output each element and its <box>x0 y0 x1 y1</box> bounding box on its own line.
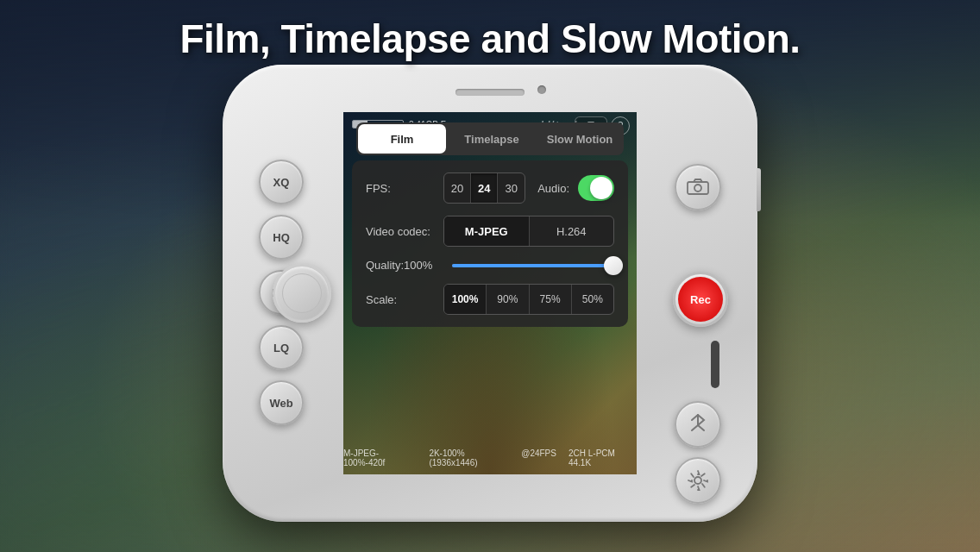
fps-btn-24[interactable]: 24 <box>471 173 498 203</box>
scale-btn-75[interactable]: 75% <box>530 285 572 314</box>
bluetooth-button[interactable] <box>675 401 721 448</box>
settings-panel: FPS: 20 24 30 Audio: <box>352 160 628 327</box>
scale-label: Scale: <box>366 293 443 306</box>
quality-label: Quality:100% <box>366 259 443 272</box>
fps-label: FPS: <box>366 182 443 195</box>
status-fps: @24FPS <box>521 448 556 467</box>
quality-slider-fill <box>452 264 614 267</box>
home-button[interactable] <box>273 264 331 323</box>
quality-slider-container <box>452 264 614 267</box>
quality-row: Quality:100% <box>366 259 614 272</box>
quality-slider-track <box>452 264 614 267</box>
codec-label: Video codec: <box>366 225 443 238</box>
toggle-knob <box>590 177 612 199</box>
quality-slider-thumb[interactable] <box>604 256 623 275</box>
quality-btn-web[interactable]: Web <box>259 380 304 425</box>
tab-timelapse[interactable]: Timelapse <box>448 122 536 155</box>
scale-group: 100% 90% 75% 50% <box>443 284 614 315</box>
bluetooth-icon <box>688 413 707 436</box>
home-button-inner <box>282 273 322 313</box>
tab-film[interactable]: Film <box>358 124 446 154</box>
phone-shell: XQ HQ MQ LQ Web 3.41GB Free Ultrakam <box>223 65 757 522</box>
scale-btn-90[interactable]: 90% <box>487 285 529 314</box>
bottom-status-bar: M-JPEG-100%-420f 2K-100%(1936x1446) @24F… <box>343 448 637 467</box>
volume-buttons <box>757 168 761 211</box>
audio-toggle[interactable] <box>578 175 614 201</box>
phone-screen: 3.41GB Free Ultrakam ? Film Timelapse <box>343 112 637 474</box>
fps-btn-20[interactable]: 20 <box>444 173 471 203</box>
svg-point-4 <box>694 185 701 191</box>
settings-button[interactable] <box>675 457 721 504</box>
rec-inner: Rec <box>678 277 723 322</box>
app-headline: Film, Timelapse and Slow Motion. <box>0 16 980 62</box>
quality-btn-hq[interactable]: HQ <box>259 215 304 260</box>
tab-slow-motion[interactable]: Slow Motion <box>536 122 624 155</box>
fps-group: 20 24 30 <box>443 172 525 204</box>
status-audio: 2CH L-PCM 44.1K <box>569 448 637 467</box>
audio-label: Audio: <box>537 182 569 195</box>
volume-slider[interactable] <box>711 341 719 388</box>
gear-icon <box>687 469 709 492</box>
scale-btn-50[interactable]: 50% <box>572 285 613 314</box>
codec-row: Video codec: M-JPEG H.264 <box>366 216 614 247</box>
fps-btn-30[interactable]: 30 <box>498 173 525 203</box>
status-resolution: 2K-100%(1936x1446) <box>429 448 509 467</box>
status-codec: M-JPEG-100%-420f <box>343 448 417 467</box>
rec-button[interactable]: Rec <box>673 272 728 327</box>
gallery-right-icon <box>686 178 710 197</box>
scale-row: Scale: 100% 90% 75% 50% <box>366 284 614 315</box>
mode-tabs: Film Timelapse Slow Motion <box>356 122 624 155</box>
speaker <box>455 89 525 96</box>
gallery-right-button[interactable] <box>675 164 721 210</box>
quality-btn-lq[interactable]: LQ <box>259 325 304 370</box>
svg-point-5 <box>694 477 701 484</box>
quality-btn-xq[interactable]: XQ <box>259 160 304 204</box>
codec-btn-h264[interactable]: H.264 <box>530 216 614 246</box>
front-camera <box>537 85 546 94</box>
fps-row: FPS: 20 24 30 Audio: <box>366 172 614 204</box>
codec-btn-mjpeg[interactable]: M-JPEG <box>444 216 530 246</box>
scale-btn-100[interactable]: 100% <box>444 285 487 314</box>
codec-group: M-JPEG H.264 <box>443 216 614 247</box>
